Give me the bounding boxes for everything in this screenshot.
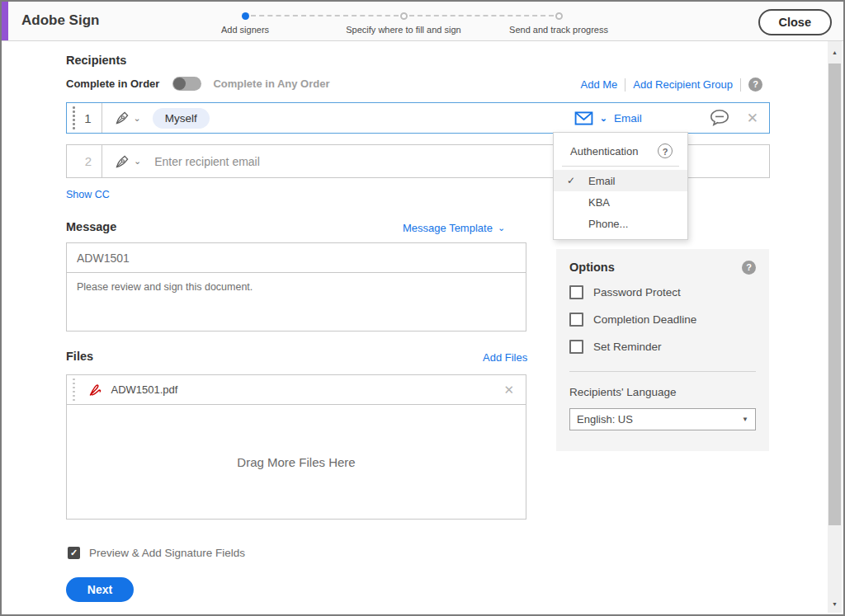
app-title: Adobe Sign [21,12,99,29]
auth-option-kba[interactable]: KBA [554,191,687,213]
file-drop-zone[interactable]: Drag More Files Here [67,405,526,519]
adobe-sign-window: Adobe Sign Add signers Specify where to … [0,0,845,616]
option-password-protect[interactable]: Password Protect [569,279,756,306]
check-icon: ✓ [554,175,588,186]
preview-add-fields-option[interactable]: ✓ Preview & Add Signature Fields [68,547,245,559]
auth-option-label: Phone... [588,218,628,230]
vertical-scrollbar[interactable]: ▲ ▼ [828,41,842,613]
message-subject-input[interactable] [67,243,526,273]
scroll-up-icon[interactable]: ▲ [828,46,842,59]
next-button[interactable]: Next [66,577,134,602]
file-name: ADW1501.pdf [111,383,178,396]
options-help-icon[interactable]: ? [742,261,756,275]
preview-label: Preview & Add Signature Fields [89,547,245,559]
header-bar: Adobe Sign Add signers Specify where to … [2,2,843,41]
divider [101,145,102,177]
chevron-down-icon: ⌄ [498,223,505,233]
options-header: Options ? [556,249,769,275]
private-message-icon[interactable] [710,109,729,127]
language-select[interactable]: English: US ▼ [569,408,756,430]
add-me-link[interactable]: Add Me [581,78,618,91]
completion-order-row: Complete in Order Complete in Any Order [66,76,330,91]
auth-option-email[interactable]: ✓ Email [554,170,687,191]
complete-in-order-label: Complete in Order [66,78,159,90]
complete-any-order-label: Complete in Any Order [213,78,329,90]
message-box: Please review and sign this document. [66,242,526,332]
auth-option-label: KBA [588,196,610,209]
close-button[interactable]: Close [758,9,833,35]
message-body-input[interactable]: Please review and sign this document. [67,273,526,331]
recipient-row-actions: ⌄ Email ✕ [574,109,769,127]
message-template-link[interactable]: Message Template ⌄ [403,222,505,234]
order-toggle[interactable] [172,77,201,91]
pen-icon [114,153,130,170]
step-dot-upcoming [400,12,408,20]
signer-role-selector[interactable]: ⌄ [114,153,141,170]
auth-method-label[interactable]: Email [614,112,642,125]
auth-method-chevron-icon[interactable]: ⌄ [600,113,607,124]
recipient-index: 1 [75,111,101,125]
recipients-help-icon[interactable]: ? [748,78,762,92]
authentication-help-icon[interactable]: ? [658,143,673,158]
divider [740,78,741,92]
checkbox-unchecked[interactable] [569,340,583,354]
brand-accent-bar [2,2,8,40]
divider [562,166,679,167]
email-icon [574,111,593,125]
chevron-down-icon: ⌄ [134,156,141,167]
authentication-title: Authentication [570,145,638,158]
checkbox-checked[interactable]: ✓ [68,547,80,559]
step-dot-active [242,12,249,20]
signer-role-selector[interactable]: ⌄ [114,110,141,126]
authentication-dropdown-header: Authentication ? [554,133,687,166]
message-heading: Message [66,220,116,233]
files-box: ADW1501.pdf ✕ Drag More Files Here [66,374,526,520]
divider [569,371,756,372]
language-value: English: US [577,413,633,426]
select-arrow-icon: ▼ [742,416,748,423]
show-cc-link[interactable]: Show CC [66,189,110,200]
scrollbar-thumb[interactable] [828,63,841,525]
auth-option-label: Email [588,175,616,187]
recipient-chip[interactable]: Myself [153,108,210,129]
files-heading: Files [66,350,93,363]
step-send-track: Send and track progress [480,12,637,35]
pen-icon [114,110,130,126]
divider [101,103,102,133]
recipients-language-label: Recipients' Language [569,386,756,398]
option-completion-deadline[interactable]: Completion Deadline [569,306,756,333]
auth-option-phone[interactable]: Phone... [554,213,687,234]
step-dot-upcoming [555,12,563,20]
add-recipient-group-link[interactable]: Add Recipient Group [633,78,733,91]
remove-file-icon[interactable]: ✕ [503,383,514,397]
step-specify-fill-sign: Specify where to fill and sign [325,12,482,35]
file-row: ADW1501.pdf ✕ [67,375,526,405]
step-add-signers: Add signers [167,12,323,35]
recipient-row-1: 1 ⌄ Myself ⌄ Email ✕ [66,102,770,134]
drag-handle-icon[interactable] [73,379,75,402]
recipient-email-input[interactable] [153,154,404,169]
add-files-link[interactable]: Add Files [483,351,527,364]
divider [625,78,625,92]
checkbox-unchecked[interactable] [569,313,583,327]
toggle-knob [173,78,186,90]
scroll-down-icon[interactable]: ▼ [828,598,842,611]
recipient-links: Add Me Add Recipient Group ? [581,78,763,92]
option-set-reminder[interactable]: Set Reminder [569,333,756,360]
options-heading: Options [569,261,615,274]
drop-hint-text: Drag More Files Here [237,455,355,469]
options-panel: Options ? Password Protect Completion De… [556,249,769,451]
recipient-index: 2 [75,154,101,168]
checkbox-unchecked[interactable] [569,285,583,299]
recipients-heading: Recipients [66,54,126,67]
pdf-file-icon [88,383,103,397]
remove-recipient-icon[interactable]: ✕ [747,110,758,127]
chevron-down-icon: ⌄ [134,113,141,124]
authentication-dropdown: Authentication ? ✓ Email KBA Phone... [553,132,688,240]
